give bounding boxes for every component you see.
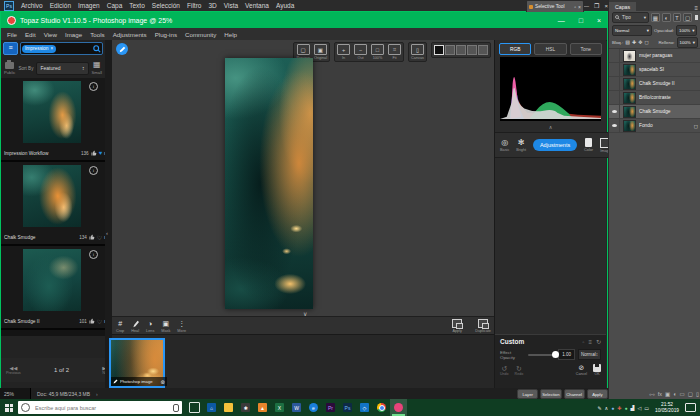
channel-button[interactable]: Channel bbox=[564, 389, 585, 399]
volume-icon[interactable]: ◁ bbox=[637, 405, 641, 411]
show-hidden-icons-chevron[interactable]: ∧ bbox=[605, 405, 609, 411]
search-icon[interactable] bbox=[93, 45, 101, 53]
zoom-in-button[interactable]: + In bbox=[337, 44, 350, 60]
taskbar-clock[interactable]: 21:52 10/05/2019 bbox=[652, 402, 682, 413]
antivirus-icon[interactable]: ✚ bbox=[617, 405, 621, 411]
info-icon[interactable]: i bbox=[89, 82, 98, 91]
new-group-icon[interactable]: ▭ bbox=[680, 391, 685, 398]
network-icon[interactable]: ▟ bbox=[631, 405, 635, 411]
blend-mode-dropdown[interactable]: Normal ↕ bbox=[578, 349, 601, 360]
layer-name[interactable]: Chalk Smudge II bbox=[639, 81, 700, 86]
visibility-toggle[interactable] bbox=[609, 77, 620, 90]
tz-menu-plugins[interactable]: Plug-ins bbox=[155, 31, 177, 38]
code-icon[interactable]: ◇ bbox=[356, 399, 373, 416]
preset-thumbnail[interactable] bbox=[23, 81, 81, 143]
layer-row[interactable]: Brillo/contraste bbox=[609, 91, 700, 105]
thumbs-up-icon[interactable] bbox=[91, 150, 97, 156]
preset-search-input[interactable]: Impression × bbox=[20, 42, 103, 55]
settings-icon[interactable]: ✱ bbox=[237, 399, 254, 416]
layer-row[interactable]: Chalk Smudge II bbox=[609, 77, 700, 91]
microphone-icon[interactable] bbox=[173, 404, 179, 412]
zoom-level-field[interactable]: 25% bbox=[0, 388, 31, 399]
hamburger-menu-button[interactable]: ≡ bbox=[3, 42, 18, 55]
histogram-collapse-icon[interactable]: ∧ bbox=[495, 124, 606, 130]
ps-menu-seleccion[interactable]: Selección bbox=[152, 2, 180, 9]
redo-button[interactable]: ↻ Redo bbox=[515, 365, 524, 376]
topaz-close-icon[interactable]: × bbox=[597, 17, 601, 24]
lock-pixels-icon[interactable]: ✚ bbox=[632, 39, 636, 45]
tz-menu-tools[interactable]: Tools bbox=[90, 31, 104, 38]
quad-view-button[interactable] bbox=[478, 45, 488, 55]
info-icon[interactable]: i bbox=[89, 250, 98, 259]
layer-thumbnail[interactable] bbox=[623, 106, 636, 118]
visibility-toggle[interactable] bbox=[609, 49, 620, 62]
save-preset-icon[interactable]: ◦ bbox=[582, 339, 584, 345]
topaz-minimize-icon[interactable]: — bbox=[558, 17, 565, 24]
mask-tool-button[interactable]: ▣ Mask bbox=[161, 320, 170, 333]
visibility-toggle[interactable] bbox=[609, 119, 620, 132]
filter-pin-icon[interactable] bbox=[695, 15, 698, 20]
tz-menu-view[interactable]: View bbox=[44, 31, 57, 38]
favorite-icon[interactable]: ♡ bbox=[97, 318, 102, 325]
favorite-icon[interactable]: ♡ bbox=[97, 234, 102, 241]
preset-thumbnail[interactable] bbox=[23, 165, 81, 227]
layer-button[interactable]: Layer bbox=[517, 389, 538, 399]
thumbs-up-icon[interactable] bbox=[89, 234, 95, 240]
chip-close-icon[interactable]: × bbox=[50, 46, 53, 51]
selection-button[interactable]: Selection bbox=[540, 389, 561, 399]
thumbs-up-icon[interactable] bbox=[89, 318, 95, 324]
word-icon[interactable]: W bbox=[288, 399, 305, 416]
apply-button[interactable]: Apply bbox=[587, 389, 608, 399]
tz-menu-community[interactable]: Community bbox=[185, 31, 216, 38]
store-icon[interactable]: ⌂ bbox=[203, 399, 220, 416]
cancel-button[interactable]: ⊘ Cancel bbox=[576, 364, 587, 376]
ps-menu-ventana[interactable]: Ventana bbox=[245, 2, 269, 9]
split-view-button[interactable] bbox=[445, 45, 455, 55]
windows-ink-icon[interactable]: ✎ bbox=[597, 405, 601, 411]
lock-all-icon[interactable]: ◻ bbox=[644, 39, 648, 45]
ps-menu-vista[interactable]: Vista bbox=[224, 2, 238, 9]
topaz-taskbar-icon[interactable] bbox=[390, 399, 407, 416]
info-icon[interactable]: i bbox=[89, 166, 98, 175]
new-layer-icon[interactable]: ▢ bbox=[688, 391, 693, 398]
opacity-value[interactable]: 1.00 bbox=[558, 349, 574, 360]
visibility-toggle[interactable] bbox=[609, 91, 620, 104]
tab-rgb[interactable]: RGB bbox=[499, 43, 531, 55]
undo-button[interactable]: ↺ Undo bbox=[500, 365, 509, 376]
preset-item[interactable]: i Chalk Smudge II 101 ♡ ≡ bbox=[1, 246, 105, 330]
status-icon[interactable]: ● bbox=[625, 405, 628, 411]
visibility-toggle[interactable] bbox=[609, 105, 620, 118]
fit-button[interactable]: ⌗ Fit bbox=[388, 44, 401, 60]
layer-row[interactable]: Fondo ◻ bbox=[609, 119, 700, 133]
ps-menu-3d[interactable]: 3D bbox=[208, 2, 216, 9]
more-tools-button[interactable]: ⋮ More bbox=[177, 320, 186, 333]
edge-icon[interactable]: e bbox=[305, 399, 322, 416]
bright-button[interactable]: ✻ Bright bbox=[516, 138, 526, 152]
canvas-button[interactable]: ▯ Canvas bbox=[411, 44, 424, 60]
filmstrip-thumbnail-selected[interactable]: Photoshop image ⊗ bbox=[109, 338, 165, 388]
adjustments-button[interactable]: Adjustments bbox=[533, 139, 577, 151]
add-mask-icon[interactable]: ▣ bbox=[665, 391, 670, 398]
filter-shape-icon[interactable]: ▢ bbox=[683, 13, 692, 22]
single-view-button[interactable] bbox=[434, 45, 444, 55]
visibility-toggle[interactable] bbox=[609, 63, 620, 76]
vlc-icon[interactable]: ▲ bbox=[254, 399, 271, 416]
tz-menu-image[interactable]: Image bbox=[65, 31, 82, 38]
ps-menu-imagen[interactable]: Imagen bbox=[78, 2, 100, 9]
tab-tone[interactable]: Tone bbox=[570, 43, 602, 55]
lock-position-icon[interactable]: ✥ bbox=[638, 39, 642, 45]
side-by-side-view-button[interactable] bbox=[456, 45, 466, 55]
topaz-maximize-icon[interactable]: □ bbox=[579, 17, 583, 24]
task-view-button[interactable] bbox=[186, 399, 203, 416]
layer-thumbnail[interactable] bbox=[623, 92, 636, 104]
lens-tool-button[interactable]: ◑ Lens bbox=[146, 320, 154, 333]
layer-name[interactable]: mujer paraguas bbox=[639, 53, 700, 58]
opacity-dropdown[interactable]: 100% ▾ bbox=[676, 25, 697, 36]
preset-thumbnail[interactable] bbox=[23, 249, 81, 311]
panel-menu-icon[interactable]: ≡ bbox=[588, 339, 592, 345]
selective-tool-close-icon[interactable]: × bbox=[578, 4, 581, 10]
status-expand-icon[interactable]: › bbox=[96, 391, 98, 397]
canvas-image[interactable] bbox=[225, 58, 313, 309]
layer-name[interactable]: Chalk Smudge bbox=[639, 109, 700, 114]
zoom-out-button[interactable]: − Out bbox=[354, 44, 367, 60]
